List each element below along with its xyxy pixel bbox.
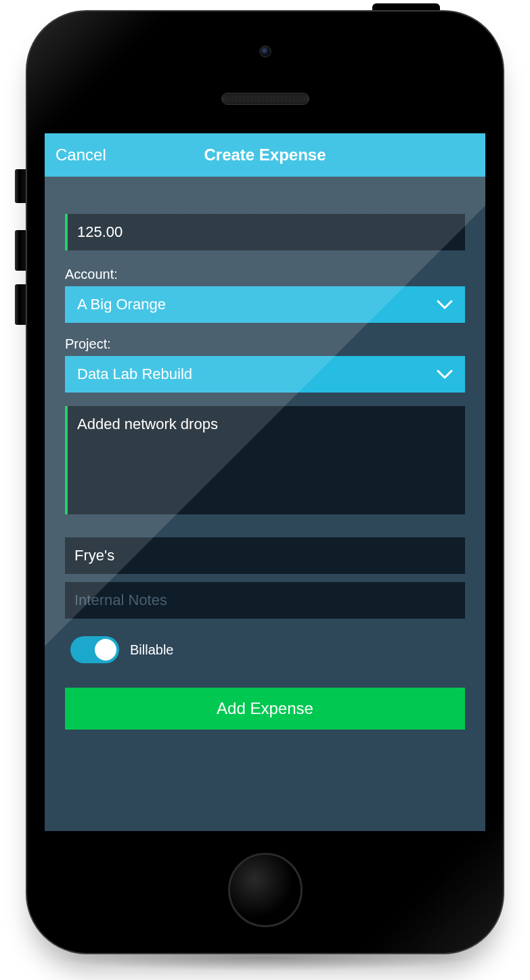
app-header: Cancel Create Expense (45, 133, 485, 177)
add-expense-label: Add Expense (217, 699, 313, 718)
billable-label: Billable (130, 642, 173, 658)
vendor-input[interactable]: Frye's (65, 537, 465, 574)
internal-notes-placeholder: Internal Notes (74, 592, 167, 609)
phone-body: Cancel Create Expense 125.00 Account: A … (26, 10, 504, 954)
vendor-value: Frye's (74, 547, 114, 564)
amount-value: 125.00 (77, 223, 123, 241)
account-label: Account: (65, 267, 465, 282)
project-dropdown[interactable]: Data Lab Rebuild (65, 356, 465, 393)
account-selected-value: A Big Orange (77, 296, 166, 313)
description-value: Added network drops (77, 416, 218, 432)
account-dropdown[interactable]: A Big Orange (65, 286, 465, 323)
billable-row: Billable (70, 636, 465, 663)
phone-camera (259, 45, 271, 58)
phone-side-buttons (15, 169, 26, 338)
chevron-down-icon (437, 370, 453, 379)
page-title: Create Expense (204, 146, 326, 164)
billable-toggle[interactable] (70, 636, 119, 663)
project-selected-value: Data Lab Rebuild (77, 365, 192, 383)
app-screen: Cancel Create Expense 125.00 Account: A … (45, 133, 485, 831)
add-expense-button[interactable]: Add Expense (65, 688, 465, 730)
chevron-down-icon (437, 300, 453, 309)
phone-speaker (221, 93, 309, 105)
toggle-knob (95, 639, 116, 661)
description-textarea[interactable]: Added network drops (65, 406, 465, 514)
home-button[interactable] (228, 853, 303, 927)
cancel-button[interactable]: Cancel (56, 146, 106, 164)
internal-notes-input[interactable]: Internal Notes (65, 582, 465, 619)
project-label: Project: (65, 336, 465, 352)
amount-input[interactable]: 125.00 (65, 214, 465, 250)
expense-form: 125.00 Account: A Big Orange Project: Da… (45, 177, 485, 743)
phone-frame: Cancel Create Expense 125.00 Account: A … (26, 10, 504, 954)
